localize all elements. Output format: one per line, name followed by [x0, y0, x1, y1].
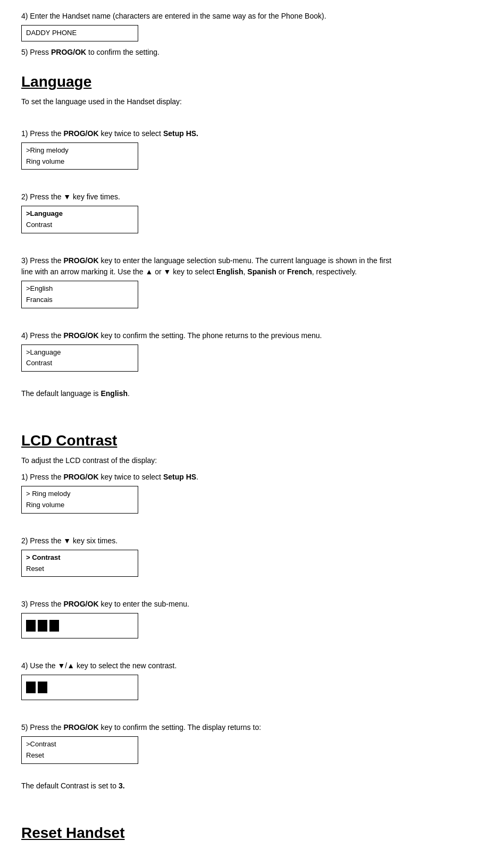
- lcd-section-title: LCD Contrast: [21, 430, 483, 452]
- lang-box3-line2: Francais: [26, 295, 133, 306]
- lcd-step2: 2) Press the ▼ key six times.: [21, 535, 483, 547]
- block1: [26, 620, 36, 632]
- lang-step2: 2) Press the ▼ key five times.: [21, 191, 483, 203]
- lang-box1: >Ring melody Ring volume: [21, 142, 138, 170]
- lang-step3: 3) Press the PROG/OK key to enter the la…: [21, 255, 483, 278]
- lcd-step1: 1) Press the PROG/OK key twice to select…: [21, 472, 483, 483]
- lang-default-bold: English: [100, 389, 128, 398]
- lcd-box5-line2: Reset: [26, 750, 133, 761]
- lang-box3: >English Francais: [21, 281, 138, 308]
- lcd-box2: > Contrast Reset: [21, 550, 138, 577]
- language-intro: To set the language used in the Handset …: [21, 96, 483, 107]
- step5-bold: PROG/OK: [51, 48, 86, 56]
- lang-step4-rest: key to confirm the setting. The phone re…: [99, 331, 322, 340]
- block2: [38, 620, 47, 632]
- lcd-step3: 3) Press the PROG/OK key to enter the su…: [21, 599, 483, 610]
- lcd-box3-blocks-display: [21, 613, 138, 638]
- handset-name-box: DADDY PHONE: [21, 25, 138, 41]
- lang-default-end: .: [128, 389, 130, 398]
- lang-box4-line2: Contrast: [26, 358, 133, 369]
- lcd-box1-line1: > Ring melody: [26, 489, 133, 500]
- lcd-box4-blocks-display: [21, 675, 138, 700]
- lang-step1-pre: 1) Press the: [21, 129, 63, 138]
- lang-step3-mid: key to enter the language selection sub-…: [99, 256, 392, 265]
- lcd-step1-pre: 1) Press the: [21, 473, 63, 481]
- lcd-step5: 5) Press the PROG/OK key to confirm the …: [21, 722, 483, 733]
- lang-step3-line2: line with an arrow marking it. Use the ▲…: [21, 267, 216, 276]
- lcd-step1-rest: key twice to select: [99, 473, 163, 481]
- lang-step3-or: or: [276, 267, 287, 276]
- lang-box3-line1: >English: [26, 283, 133, 295]
- lcd-step5-pre: 5) Press the: [21, 723, 63, 732]
- lang-step1-rest: key twice to select: [99, 129, 163, 138]
- reset-section-title: Reset Handset: [21, 822, 483, 844]
- lcd-box1: > Ring melody Ring volume: [21, 486, 138, 514]
- lcd-step5-bold: PROG/OK: [63, 723, 98, 732]
- lcd-box2-line1: > Contrast: [26, 552, 133, 564]
- block5: [38, 682, 47, 693]
- lang-default-text: The default language is English.: [21, 388, 483, 399]
- lang-step3-bold4: French: [287, 267, 312, 276]
- lcd-box1-line2: Ring volume: [26, 500, 133, 511]
- lcd-step1-end: .: [196, 473, 198, 481]
- lang-box2-line1: >Language: [26, 208, 133, 220]
- lcd-box5-line1: >Contrast: [26, 739, 133, 750]
- handset-name-line1: DADDY PHONE: [26, 28, 133, 39]
- language-section-title: Language: [21, 71, 483, 93]
- lcd-step4: 4) Use the ▼/▲ key to select the new con…: [21, 660, 483, 671]
- lang-step1: 1) Press the PROG/OK key twice to select…: [21, 128, 483, 139]
- lang-step4-pre: 4) Press the: [21, 331, 63, 340]
- lang-step1-bold: PROG/OK: [63, 129, 98, 138]
- lang-step3-pre: 3) Press the: [21, 256, 63, 265]
- lcd-default-pre: The default Contrast is set to: [21, 781, 119, 790]
- lcd-step1-bold: PROG/OK: [63, 473, 98, 481]
- step5-text: 5) Press PROG/OK to confirm the setting.: [21, 47, 483, 58]
- lang-box2-line2: Contrast: [26, 220, 133, 231]
- block3: [49, 620, 59, 632]
- lcd-box2-line2: Reset: [26, 564, 133, 575]
- lcd-intro: To adjust the LCD contrast of the displa…: [21, 455, 483, 466]
- lang-box2: >Language Contrast: [21, 206, 138, 233]
- lcd-step1-bold2: Setup HS: [163, 473, 196, 481]
- lang-box4: >Language Contrast: [21, 344, 138, 372]
- step5-rest: to confirm the setting.: [86, 48, 159, 56]
- lcd-step3-bold: PROG/OK: [63, 600, 98, 608]
- lang-step4-bold: PROG/OK: [63, 331, 98, 340]
- lcd-default-bold: 3.: [119, 781, 125, 790]
- block4: [26, 682, 36, 693]
- lcd-step3-pre: 3) Press the: [21, 600, 63, 608]
- lang-step3-bold: PROG/OK: [63, 256, 98, 265]
- lcd-default-text: The default Contrast is set to 3.: [21, 780, 483, 792]
- step4-intro: 4) Enter the Handset name (characters ar…: [21, 11, 483, 22]
- lang-box1-line1: >Ring melody: [26, 145, 133, 156]
- step5-pre: 5) Press: [21, 48, 51, 56]
- lang-default-pre: The default language is: [21, 389, 100, 398]
- lang-step3-bold2: English: [216, 267, 243, 276]
- lang-step3-end: , respectively.: [312, 267, 357, 276]
- lcd-step5-rest: key to confirm the setting. The display …: [99, 723, 262, 732]
- lcd-step3-rest: key to enter the sub-menu.: [99, 600, 189, 608]
- lang-box4-line1: >Language: [26, 347, 133, 358]
- lcd-box5: >Contrast Reset: [21, 736, 138, 764]
- lang-step4: 4) Press the PROG/OK key to confirm the …: [21, 330, 483, 341]
- lang-step3-bold3: Spanish: [247, 267, 276, 276]
- lang-box1-line2: Ring volume: [26, 156, 133, 167]
- lang-step1-bold2: Setup HS.: [163, 129, 198, 138]
